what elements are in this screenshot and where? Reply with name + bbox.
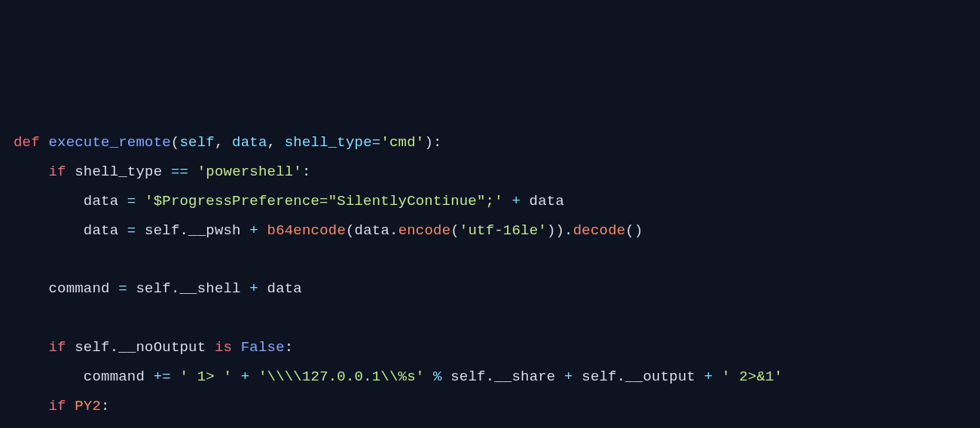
paren-close: )	[556, 222, 565, 239]
operator-eq: ==	[171, 164, 188, 180]
method-call: decode	[573, 222, 626, 239]
colon: :	[101, 398, 110, 414]
keyword-is: is	[215, 339, 232, 356]
identifier: data	[84, 222, 118, 239]
identifier: data	[267, 280, 302, 297]
code-line-8: if self.__noOutput is False:	[14, 339, 293, 356]
dot: .	[486, 368, 495, 385]
paren-close: )	[547, 222, 556, 239]
operator-plus: +	[249, 280, 258, 297]
identifier-self: self	[75, 339, 109, 356]
code-line-1: def execute_remote(self, data, shell_typ…	[14, 134, 442, 151]
operator-plus: +	[564, 368, 573, 385]
attribute: __output	[625, 368, 695, 385]
operator-assign: =	[118, 280, 127, 297]
identifier-self: self	[582, 368, 616, 385]
colon: :	[302, 164, 311, 180]
code-line-2: if shell_type == 'powershell':	[14, 164, 311, 180]
operator-percent: %	[433, 368, 442, 385]
string-literal: '$ProgressPreference="SilentlyContinue";…	[145, 193, 503, 209]
constant-py2: PY2	[75, 398, 101, 414]
paren-open: (	[625, 222, 634, 239]
param-shell-type: shell_type	[285, 134, 372, 151]
colon: :	[285, 339, 294, 356]
method-call: encode	[398, 222, 451, 239]
code-line-6: command = self.__shell + data	[14, 280, 302, 297]
param-data: data	[232, 134, 267, 151]
dot: .	[180, 222, 189, 239]
identifier: command	[48, 280, 109, 297]
code-block: def execute_remote(self, data, shell_typ…	[14, 128, 966, 428]
paren-open: (	[450, 222, 459, 239]
paren-close: )	[424, 134, 433, 151]
string-literal: 'powershell'	[197, 164, 302, 180]
paren-close: )	[634, 222, 643, 239]
comma: ,	[215, 134, 224, 151]
constant-false: False	[241, 339, 285, 356]
attribute: __noOutput	[118, 339, 206, 356]
identifier-self: self	[450, 368, 485, 385]
operator-assign: =	[127, 222, 136, 239]
operator-plus: +	[511, 193, 521, 209]
string-literal: ' 1> '	[179, 368, 232, 385]
operator-plus: +	[704, 368, 713, 385]
string-literal: '\\\\127.0.0.1\\%s'	[258, 368, 424, 385]
keyword-if: if	[48, 339, 66, 356]
identifier: shell_type	[75, 164, 162, 180]
attribute: __pwsh	[188, 222, 241, 239]
dot: .	[617, 368, 626, 385]
identifier: data	[530, 193, 564, 209]
attribute: __shell	[180, 280, 241, 297]
paren-open: (	[171, 134, 180, 151]
comma: ,	[267, 134, 276, 151]
dot: .	[171, 280, 180, 297]
attribute: __share	[494, 368, 555, 385]
identifier: data	[355, 222, 389, 239]
operator-plus: +	[241, 368, 250, 385]
code-line-10: if PY2:	[14, 398, 110, 414]
code-line-3: data = '$ProgressPreference="SilentlyCon…	[14, 193, 564, 209]
identifier-self: self	[136, 280, 170, 297]
code-line-4: data = self.__pwsh + b64encode(data.enco…	[14, 222, 643, 239]
string-literal: ' 2>&1'	[722, 368, 783, 385]
identifier-self: self	[145, 222, 179, 239]
keyword-if: if	[48, 398, 66, 414]
identifier: command	[84, 368, 145, 385]
identifier: data	[84, 193, 118, 209]
string-literal: 'utf-16le'	[459, 222, 547, 239]
operator-plus: +	[249, 222, 258, 239]
operator-assign: =	[127, 193, 136, 209]
code-line-9: command += ' 1> ' + '\\\\127.0.0.1\\%s' …	[14, 368, 783, 385]
operator-plus-assign: +=	[154, 368, 171, 385]
dot: .	[564, 222, 573, 239]
operator-assign: =	[372, 134, 381, 151]
string-literal: 'cmd'	[380, 134, 424, 151]
colon: :	[433, 134, 442, 151]
function-call: b64encode	[267, 222, 346, 239]
paren-open: (	[346, 222, 355, 239]
function-name: execute_remote	[48, 134, 170, 151]
dot: .	[110, 339, 119, 356]
dot: .	[389, 222, 398, 239]
keyword-def: def	[14, 134, 40, 151]
param-self: self	[179, 134, 214, 151]
keyword-if: if	[48, 164, 66, 180]
